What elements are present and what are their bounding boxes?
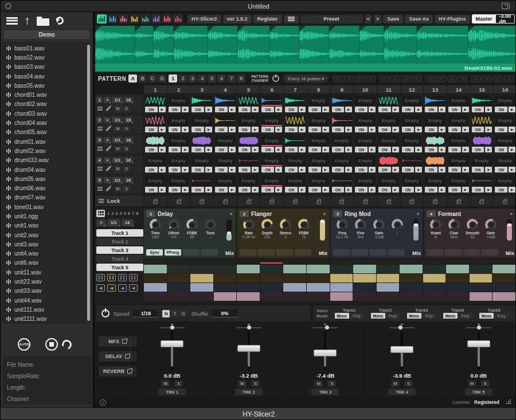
step-on-button[interactable]: ON <box>495 187 507 193</box>
step-play-button[interactable]: ▶ <box>345 167 352 172</box>
mute-button[interactable]: M <box>161 380 170 387</box>
step-waveform[interactable]: Empty <box>169 115 189 126</box>
file-item[interactable]: unit6.wav <box>2 258 90 268</box>
fx-name[interactable]: Ring Mod <box>345 211 415 217</box>
step-on-button[interactable]: ON <box>261 107 274 112</box>
fx-step-cell[interactable] <box>377 274 400 282</box>
fx-mix-slider[interactable] <box>507 219 512 241</box>
step-play-button[interactable]: ▶ <box>369 167 376 172</box>
step-play-button[interactable]: ▶ <box>182 147 189 152</box>
fx-grid-icon[interactable] <box>96 210 105 217</box>
fx-step-cell[interactable] <box>260 292 283 301</box>
refresh-icon[interactable] <box>54 15 64 25</box>
pattern-slot-button[interactable]: 1 <box>169 74 177 83</box>
pattern-chain-cell[interactable]: – <box>366 76 376 82</box>
file-item[interactable]: tone01.wav <box>2 202 90 211</box>
file-item[interactable]: chord05.wav <box>2 128 90 137</box>
step-on-button[interactable]: ON <box>402 187 415 193</box>
fx-step-cell[interactable] <box>260 265 283 273</box>
step-on-button[interactable]: ON <box>332 167 345 172</box>
track-menu-icon[interactable] <box>97 187 103 191</box>
fx-mix-slider[interactable] <box>413 219 419 241</box>
step-play-button[interactable]: ▶ <box>345 147 352 152</box>
track-direction-button[interactable]: > <box>104 177 111 183</box>
fx-step-cell[interactable] <box>377 265 400 273</box>
lock-menu-icon[interactable] <box>99 199 104 203</box>
lock-cell[interactable] <box>144 195 167 206</box>
step-play-button[interactable]: ▶ <box>439 127 445 132</box>
step-play-button[interactable]: ▶ <box>392 147 399 152</box>
info-icon[interactable]: i <box>100 399 106 406</box>
step-waveform[interactable]: Empty <box>402 95 423 106</box>
step-on-button[interactable]: ON <box>308 147 321 152</box>
pattern-chain-cell[interactable]: – <box>471 76 481 82</box>
mixer-mfx-button[interactable]: MFX <box>99 336 136 347</box>
step-on-button[interactable]: ON <box>261 187 274 193</box>
fx-option-button[interactable]: Sync <box>146 249 163 256</box>
step-play-button[interactable]: ▶ <box>252 147 259 152</box>
lock-cell[interactable] <box>284 195 307 206</box>
fx-knob-fine[interactable]: Fine 0Hz <box>351 219 370 239</box>
speed-value[interactable]: 1/16 <box>133 309 158 317</box>
step-play-button[interactable]: ▶ <box>415 127 422 132</box>
file-item[interactable]: unit1.ogg <box>2 211 90 221</box>
fx-step-cell[interactable] <box>260 274 283 282</box>
track-steps-button[interactable]: 16 <box>124 177 133 183</box>
fx-step-cell[interactable] <box>214 265 237 273</box>
step-cell[interactable]: Empty ON ▶ <box>354 135 377 154</box>
step-on-button[interactable]: ON <box>425 127 437 132</box>
step-play-button[interactable]: ▶ <box>369 127 376 132</box>
poly-button[interactable]: Poly <box>386 313 400 319</box>
fx-step-cell[interactable] <box>144 283 167 292</box>
step-waveform[interactable]: Empty <box>261 135 282 146</box>
step-play-button[interactable]: ▶ <box>159 107 166 112</box>
file-item[interactable]: unit4.wav <box>2 249 90 258</box>
fx-option-button[interactable] <box>463 249 480 256</box>
step-on-button[interactable]: ON <box>308 167 321 172</box>
step-cell[interactable]: Empty ON ▶ <box>260 155 283 174</box>
fx-knob-fdbk[interactable]: FDBK 70 <box>295 219 313 239</box>
step-on-button[interactable]: ON <box>448 107 461 112</box>
lock-cell[interactable] <box>307 195 330 206</box>
step-play-button[interactable]: ▶ <box>439 187 445 193</box>
step-waveform[interactable]: Empty <box>169 175 189 186</box>
track-solo-button[interactable]: S <box>123 166 130 172</box>
step-cell[interactable]: ON ▶ <box>424 95 447 114</box>
solo-button[interactable]: S <box>481 380 490 387</box>
dice-icon[interactable] <box>107 274 116 281</box>
step-play-button[interactable]: ▶ <box>229 127 236 132</box>
step-play-button[interactable]: ▶ <box>252 107 259 112</box>
step-on-button[interactable]: ON <box>215 187 228 193</box>
fx-knob-vowel[interactable]: Vowel A <box>427 219 445 239</box>
fx-step-cell[interactable] <box>307 265 330 273</box>
volume-fader[interactable] <box>389 331 415 370</box>
step-on-button[interactable]: ON <box>332 107 345 112</box>
fx-knob-time[interactable]: Time 1/8D <box>146 219 165 239</box>
step-cell[interactable]: Empty ON ▶ <box>377 175 400 194</box>
step-play-button[interactable]: ▶ <box>275 107 282 112</box>
file-item[interactable]: chord03.wav <box>2 109 90 118</box>
step-play-button[interactable]: ▶ <box>439 107 445 112</box>
step-waveform[interactable]: Empty <box>215 155 236 166</box>
sample-slot-button[interactable] <box>97 14 107 23</box>
dice-icon[interactable] <box>118 274 127 281</box>
step-on-button[interactable]: ON <box>425 107 437 112</box>
step-waveform[interactable] <box>261 95 282 106</box>
step-waveform[interactable]: Empty <box>355 95 376 106</box>
pattern-chain-cell[interactable]: – <box>412 76 421 82</box>
pattern-chain-cell[interactable]: – <box>447 76 457 82</box>
sample-slot-button[interactable] <box>151 14 161 23</box>
track-mute-button[interactable]: M <box>114 146 122 152</box>
fx-step-cell[interactable] <box>260 283 283 292</box>
step-on-button[interactable]: ON <box>378 147 391 152</box>
step-cell[interactable]: Empty ON ▶ <box>354 155 377 174</box>
step-on-button[interactable]: ON <box>191 127 204 132</box>
step-play-button[interactable]: ▶ <box>322 147 329 152</box>
pan-slider[interactable] <box>389 325 415 330</box>
step-cell[interactable]: Empty ON ▶ <box>167 155 190 174</box>
file-item[interactable]: unit33.wav <box>2 286 90 296</box>
fx-step-cell[interactable] <box>237 292 260 301</box>
step-on-button[interactable]: ON <box>239 107 251 112</box>
pattern-chain-cell[interactable]: – <box>380 76 389 82</box>
lock-cell[interactable] <box>471 195 494 206</box>
